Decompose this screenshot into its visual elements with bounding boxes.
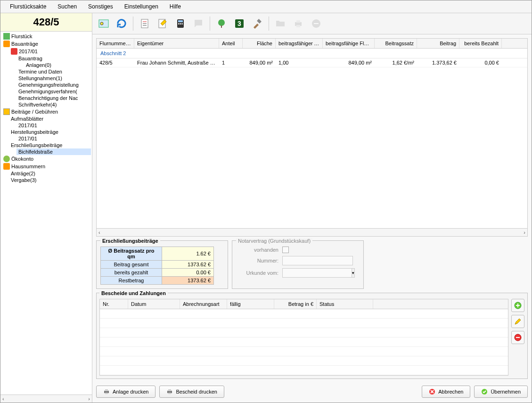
summary-total-value: 1373.62 € bbox=[162, 261, 214, 269]
tree-herstellung-2017[interactable]: 2017/01 bbox=[16, 135, 91, 142]
add-payment-button[interactable] bbox=[511, 299, 524, 312]
tree-label: 2017/01 bbox=[18, 123, 37, 128]
th-flurnummer[interactable]: Flurnummer(n) bbox=[97, 39, 134, 48]
toolbar-hammer-icon[interactable] bbox=[249, 15, 266, 32]
tree-label: Herstellungsbeiträge bbox=[11, 129, 58, 135]
pth-faellig[interactable]: fällig bbox=[227, 299, 274, 309]
svg-rect-16 bbox=[257, 19, 262, 24]
tree-bichlfeld[interactable]: Bichlfeldstraße bbox=[16, 148, 91, 155]
toolbar-document-icon[interactable] bbox=[136, 15, 153, 32]
toolbar-map-icon[interactable] bbox=[95, 15, 112, 32]
tree-benachrichtigung[interactable]: Benachrichtigung der Nac bbox=[16, 95, 91, 101]
tree-vergabe[interactable]: Vergabe(3) bbox=[9, 177, 91, 183]
menu-suchen[interactable]: Suchen bbox=[52, 2, 82, 11]
tree-beitraege[interactable]: Beiträge / Gebühren bbox=[1, 108, 91, 115]
toolbar-refresh-icon[interactable] bbox=[113, 15, 130, 32]
tree-erschliessung[interactable]: Erschließungsbeiträge bbox=[9, 142, 91, 148]
toolbar-edit-icon[interactable] bbox=[154, 15, 171, 32]
pth-status[interactable]: Status bbox=[317, 299, 373, 309]
delete-payment-button[interactable] bbox=[511, 331, 524, 344]
tree-oekokonto[interactable]: Ökokonto bbox=[1, 155, 91, 163]
table-body[interactable]: Abschnitt 2 428/5 Frau Johann Schmitt, A… bbox=[97, 49, 527, 228]
notar-vorhanden-checkbox[interactable] bbox=[282, 247, 289, 253]
summary-rest-label: Restbetrag bbox=[101, 277, 162, 285]
th-beitragssatz[interactable]: Beitragssatz bbox=[375, 39, 417, 48]
tree-aufmass[interactable]: Aufmaßblätter bbox=[9, 115, 91, 122]
table-row[interactable]: 428/5 Frau Johann Schmitt, Austraße 19..… bbox=[97, 58, 527, 67]
cell-beitragssatz: 1,62 €/m² bbox=[375, 58, 417, 67]
tree-genehmigungsverfahren[interactable]: Genehmigungsverfahren( bbox=[16, 88, 91, 95]
abbrechen-button[interactable]: Abbrechen bbox=[422, 386, 470, 398]
svg-rect-10 bbox=[180, 23, 181, 25]
pth-abrechnung[interactable]: Abrechnungsart bbox=[180, 299, 227, 309]
tree-label: Vergabe(3) bbox=[11, 177, 36, 183]
toolbar-chat-icon bbox=[190, 15, 207, 32]
svg-rect-19 bbox=[296, 25, 300, 27]
uebernehmen-button[interactable]: Übernehmen bbox=[474, 386, 528, 398]
tree-anlagen[interactable]: Anlagen(0) bbox=[24, 62, 91, 68]
table-header-row: Flurnummer(n) Eigentümer Anteil Fläche b… bbox=[97, 39, 527, 49]
tree-aufmass-2017[interactable]: 2017/01 bbox=[16, 122, 91, 129]
th-bezahlt[interactable]: bereits Bezahlt bbox=[459, 39, 502, 48]
menu-flurstuecksakte[interactable]: Flurstücksakte bbox=[4, 2, 52, 11]
ok-icon bbox=[481, 388, 488, 395]
tree-flurstueck[interactable]: Flurstück bbox=[1, 33, 91, 40]
summary-panel: Erschließungsbeiträge Ø Beitragssatz pro… bbox=[96, 240, 228, 289]
pth-nr[interactable]: Nr. bbox=[100, 299, 128, 309]
tree-schriftverkehr[interactable]: Schriftverkehr(4) bbox=[16, 101, 91, 108]
notar-title: Notarvertrag (Grundstückskauf) bbox=[236, 238, 312, 244]
notar-urkunde-label: Urkunde vom: bbox=[236, 270, 278, 276]
pth-betrag[interactable]: Betrag in € bbox=[274, 299, 317, 309]
cell-eigentuemer: Frau Johann Schmitt, Austraße 19... bbox=[134, 58, 219, 67]
tree-label: Ökokonto bbox=[11, 156, 33, 162]
pth-datum[interactable]: Datum bbox=[128, 299, 180, 309]
tree-stellungnahmen[interactable]: Stellungnahmen(1) bbox=[16, 75, 91, 82]
calendar-icon[interactable]: ▾ bbox=[352, 268, 355, 278]
th-flaeche[interactable]: Fläche bbox=[243, 39, 276, 48]
btn-label: Anlage drucken bbox=[113, 389, 148, 395]
menu-sonstiges[interactable]: Sonstiges bbox=[82, 2, 119, 11]
bescheid-drucken-button[interactable]: Bescheid drucken bbox=[159, 386, 224, 398]
th-eigentuemer[interactable]: Eigentümer bbox=[134, 39, 219, 48]
tree-bauantraege-2017[interactable]: 2017/01 bbox=[9, 48, 91, 55]
th-beitrag[interactable]: Beitrag bbox=[417, 39, 459, 48]
tree-label: Bichlfeldstraße bbox=[18, 149, 53, 155]
th-ba-flaeche[interactable]: beitragsfähige Fläche bbox=[323, 39, 375, 48]
table-hscrollbar[interactable]: ‹› bbox=[97, 228, 527, 236]
svg-rect-8 bbox=[178, 20, 183, 22]
toolbar-number3-icon[interactable]: 3 bbox=[231, 15, 248, 32]
menu-hilfe[interactable]: Hilfe bbox=[164, 2, 187, 11]
table-section[interactable]: Abschnitt 2 bbox=[97, 49, 527, 58]
notar-urkunde-input[interactable] bbox=[282, 268, 352, 278]
tree-bauantraege[interactable]: Bauanträge bbox=[1, 40, 91, 48]
th-ba-anteil[interactable]: beitragsfähiger Anteil bbox=[276, 39, 323, 48]
summary-total-label: Beitrag gesamt bbox=[101, 261, 162, 269]
tree-label: Termine und Daten bbox=[18, 69, 62, 74]
tree-view[interactable]: Flurstück Bauanträge 2017/01 Bauantrag A… bbox=[0, 32, 92, 395]
sidebar-scrollbar[interactable]: ‹› bbox=[0, 395, 92, 403]
summary-rate-label: Ø Beitragssatz pro qm bbox=[101, 247, 162, 261]
tree-genehmigungsfreistellung[interactable]: Genehmigungsfreistellung bbox=[16, 82, 91, 88]
cell-bezahlt: 0,00 € bbox=[459, 58, 502, 67]
tree-label: Beiträge / Gebühren bbox=[11, 109, 58, 115]
tree-hausnummern[interactable]: Hausnummern bbox=[1, 163, 91, 170]
payments-table[interactable]: Nr. Datum Abrechnungsart fällig Betrag i… bbox=[99, 299, 508, 376]
toolbar-calculator-icon[interactable] bbox=[172, 15, 189, 32]
svg-rect-18 bbox=[296, 20, 300, 23]
th-anteil[interactable]: Anteil bbox=[219, 39, 243, 48]
tree-label: Stellungnahmen(1) bbox=[18, 75, 62, 81]
tree-label: 2017/01 bbox=[18, 136, 37, 141]
tree-label: Anlagen(0) bbox=[26, 62, 51, 68]
anlage-drucken-button[interactable]: Anlage drucken bbox=[96, 386, 156, 398]
summary-paid-label: bereits gezahlt bbox=[101, 269, 162, 277]
tree-bauantrag[interactable]: Bauantrag bbox=[16, 55, 91, 62]
tree-antraege[interactable]: Anträge(2) bbox=[9, 170, 91, 177]
notar-nummer-input[interactable] bbox=[282, 256, 353, 265]
tree-termine[interactable]: Termine und Daten bbox=[16, 68, 91, 75]
cell-ba-anteil: 1,00 bbox=[276, 58, 323, 67]
toolbar-tree-icon[interactable] bbox=[213, 15, 230, 32]
summary-paid-value: 0.00 € bbox=[162, 269, 214, 277]
tree-herstellung[interactable]: Herstellungsbeiträge bbox=[9, 129, 91, 135]
menu-einstellungen[interactable]: Einstellungen bbox=[119, 2, 164, 11]
edit-payment-button[interactable] bbox=[511, 315, 524, 328]
